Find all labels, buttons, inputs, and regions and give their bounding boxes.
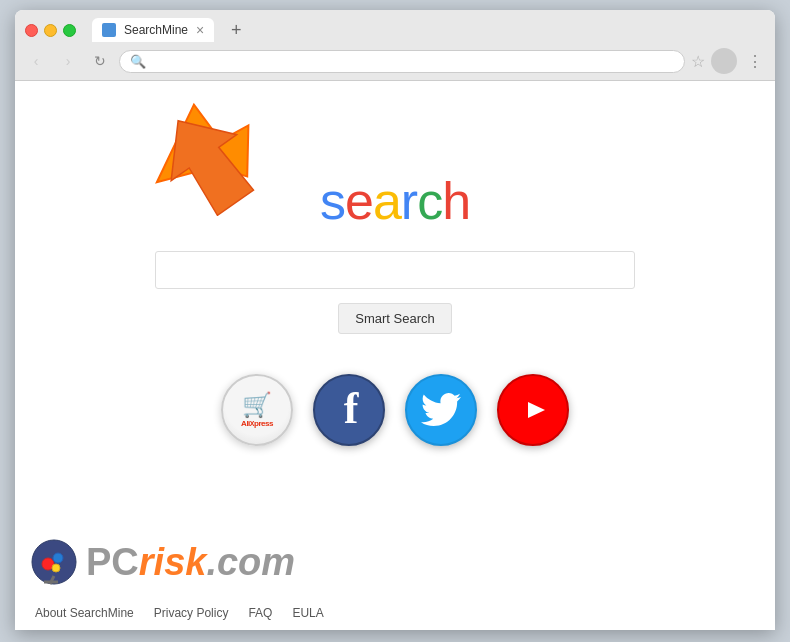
bookmark-icon[interactable]: ☆: [691, 52, 705, 71]
youtube-icon: [511, 394, 555, 426]
browser-window: SearchMine × + ‹ › ↻ 🔍 ☆ ⋮: [15, 10, 775, 630]
logo-c: c: [417, 171, 442, 231]
forward-icon: ›: [66, 53, 71, 69]
twitter-bird-icon: [421, 393, 461, 427]
back-icon: ‹: [34, 53, 39, 69]
logo-r: r: [401, 171, 417, 231]
twitter-shortcut[interactable]: [405, 374, 477, 446]
menu-button[interactable]: ⋮: [743, 52, 767, 71]
pcrisk-brand: PCrisk.com: [86, 543, 295, 581]
close-button[interactable]: [25, 24, 38, 37]
pcrisk-text: PCrisk.com: [86, 541, 295, 583]
domain-text: .com: [206, 541, 295, 583]
tab-close-button[interactable]: ×: [196, 23, 204, 37]
footer-links: About SearchMine Privacy Policy FAQ EULA: [15, 606, 775, 620]
user-avatar[interactable]: [711, 48, 737, 74]
traffic-lights: [25, 24, 76, 37]
address-search-icon: 🔍: [130, 54, 146, 69]
smart-search-button[interactable]: Smart Search: [338, 303, 451, 334]
risk-text: risk: [139, 541, 207, 583]
pcrisk-logo-icon: [30, 538, 78, 586]
facebook-icon: f: [344, 383, 359, 434]
address-bar[interactable]: 🔍: [119, 50, 685, 73]
tab-row: SearchMine × +: [25, 18, 765, 42]
search-box-wrap: [155, 251, 635, 289]
search-logo: s e a r c h: [320, 171, 470, 231]
new-tab-button[interactable]: +: [222, 18, 250, 42]
logo-h: h: [442, 171, 470, 231]
about-link[interactable]: About SearchMine: [35, 606, 134, 620]
facebook-shortcut[interactable]: f: [313, 374, 385, 446]
minimize-button[interactable]: [44, 24, 57, 37]
svg-point-6: [53, 553, 63, 563]
faq-link[interactable]: FAQ: [248, 606, 272, 620]
refresh-icon: ↻: [94, 53, 106, 69]
tab-label: SearchMine: [124, 23, 188, 37]
eula-link[interactable]: EULA: [292, 606, 323, 620]
privacy-link[interactable]: Privacy Policy: [154, 606, 229, 620]
big-arrow-svg: [145, 96, 285, 216]
address-input[interactable]: [152, 54, 674, 69]
aliexpress-label: AliXpress: [241, 419, 273, 428]
svg-marker-1: [145, 98, 268, 216]
refresh-button[interactable]: ↻: [87, 48, 113, 74]
logo-s: s: [320, 171, 345, 231]
youtube-shortcut[interactable]: [497, 374, 569, 446]
page-content: s e a r c h Smart Search 🛒 AliXpress f: [15, 81, 775, 630]
tab-favicon: [102, 23, 116, 37]
title-bar: SearchMine × +: [15, 10, 775, 42]
pointer-arrow: [145, 96, 285, 220]
active-tab[interactable]: SearchMine ×: [92, 18, 214, 42]
maximize-button[interactable]: [63, 24, 76, 37]
pcrisk-watermark: PCrisk.com: [30, 538, 295, 586]
shortcuts-row: 🛒 AliXpress f: [221, 374, 569, 446]
forward-button[interactable]: ›: [55, 48, 81, 74]
address-bar-row: ‹ › ↻ 🔍 ☆ ⋮: [15, 42, 775, 81]
aliexpress-shortcut[interactable]: 🛒 AliXpress: [221, 374, 293, 446]
svg-point-7: [52, 564, 60, 572]
back-button[interactable]: ‹: [23, 48, 49, 74]
logo-e: e: [345, 171, 373, 231]
aliexpress-cart-icon: 🛒: [242, 393, 272, 417]
main-search-input[interactable]: [155, 251, 635, 289]
pc-text: PC: [86, 541, 139, 583]
logo-a: a: [373, 171, 401, 231]
